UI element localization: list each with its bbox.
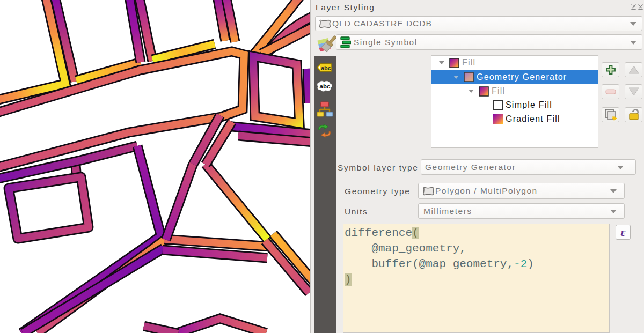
svg-text:abc: abc <box>321 65 331 71</box>
svg-text:abc: abc <box>320 83 331 90</box>
